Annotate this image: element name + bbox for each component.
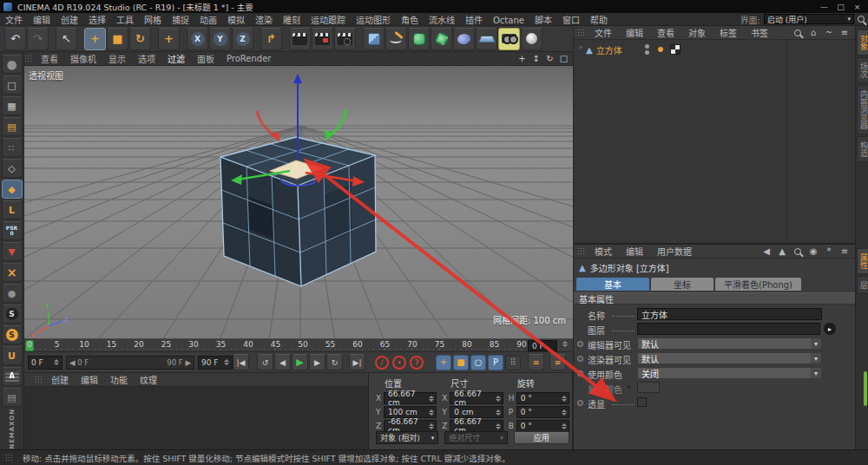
section-header[interactable]: 基本属性 [574,292,855,305]
play-button[interactable]: ▶ [292,354,308,370]
panel-grip-icon[interactable] [35,376,42,384]
object-manager-menu-文件[interactable]: 文件 [588,26,619,39]
spinner-icon[interactable] [429,396,434,402]
maximize-button[interactable]: □ [833,2,848,12]
mouse-interaction-icon[interactable]: ● [2,284,23,303]
menu-item-运动跟踪[interactable]: 运动跟踪 [306,16,351,25]
coordinate-field-尺寸-X[interactable]: 66.667 cm [450,392,503,404]
go-to-previous-key-button[interactable]: ↺ [257,354,273,370]
autokey-button[interactable]: • [392,356,406,370]
snap-icon[interactable]: × [2,263,23,282]
current-frame-field[interactable]: 0 F [528,340,557,351]
menu-item-动画[interactable]: 动画 [194,16,222,25]
view-label[interactable]: 透视视图 [29,69,63,82]
texture-mode-icon[interactable]: ▦ [2,96,23,115]
go-to-end-button[interactable]: ▶| [349,354,365,370]
y-axis-lock-icon[interactable]: Y [209,28,231,50]
attribute-manager-menu-编辑[interactable]: 编辑 [619,245,650,258]
open-timeline-button[interactable]: ≡ [549,354,566,370]
menu-item-窗口[interactable]: 窗口 [557,16,585,25]
viewport-menu-摄像机[interactable]: 摄像机 [64,52,102,65]
modeling-tools-icon[interactable] [431,28,452,50]
last-tool-icon[interactable]: + [158,28,180,50]
object-manager-menu-对象[interactable]: 对象 [681,26,713,39]
workplane-mode-icon[interactable]: ▤ [2,117,23,136]
render-settings-icon[interactable] [334,28,356,50]
timeline-ruler[interactable]: 051015202530354045505560657075808590 0 F [24,338,573,352]
vertical-tab-层[interactable]: 层 [857,276,868,294]
menu-item-编辑[interactable]: 编辑 [28,16,56,25]
phong-tag-icon[interactable] [658,47,663,52]
viewport-menu-显示[interactable]: 显示 [102,52,132,65]
coordinate-system-icon[interactable]: ↱ [260,28,282,50]
menu-item-文件[interactable]: 文件 [0,16,28,25]
uvw-tag-icon[interactable] [670,44,681,55]
attribute-manager-menu-用户数据[interactable]: 用户数据 [650,245,699,258]
lock-icon[interactable]: ◉ [808,246,819,257]
rotate-view-icon[interactable]: ↻ [544,53,556,64]
record-parameter-toggle[interactable]: P [488,355,503,370]
menu-item-插件[interactable]: 插件 [460,16,488,25]
light-icon[interactable] [521,28,542,50]
render-view-icon[interactable] [289,28,311,50]
live-selection-icon[interactable]: ↖ [56,28,77,50]
dropdown-渲染器可见[interactable]: 默认▾ [637,352,822,364]
spinner-icon[interactable] [562,409,567,416]
menu-item-雕刻[interactable]: 雕刻 [278,16,306,25]
panel-grip-icon[interactable] [577,247,584,256]
spinner-icon[interactable] [562,423,567,429]
menu-item-选择[interactable]: 选择 [83,16,111,25]
zoom-view-icon[interactable]: ↕ [530,53,542,64]
coordinate-field-旋转-B[interactable]: 0 ° [516,420,569,432]
menu-item-渲染[interactable]: 渲染 [250,16,278,25]
vertical-tab-场次[interactable]: 场次 [857,57,868,83]
minimize-button[interactable]: — [817,2,832,12]
x-axis-lock-icon[interactable]: X [187,28,208,50]
spinner-icon[interactable] [496,423,501,429]
object-manager-menu-标签[interactable]: 标签 [713,26,744,39]
path-icon[interactable]: ~ [824,28,834,38]
spinner-icon[interactable] [429,423,434,429]
menu-item-Octane[interactable]: Octane [488,16,529,25]
redo-icon[interactable]: ↷ [27,28,49,50]
tab-平滑着色(Phong)[interactable]: 平滑着色(Phong) [715,278,801,291]
menu-item-模拟[interactable]: 模拟 [222,16,250,25]
panel-grip-icon[interactable] [24,55,31,63]
coordinate-field-尺寸-Z[interactable]: 66.667 cm [450,420,503,432]
enable-axis-icon[interactable]: L [2,200,23,219]
keyframe-circle-icon[interactable] [577,341,583,347]
model-mode-icon[interactable]: □ [2,75,23,95]
keyframe-circle-icon[interactable] [577,356,583,362]
panel-menu-icon[interactable]: ≡ [839,28,850,38]
viewport-menu-面板[interactable]: 面板 [191,52,220,65]
record-keyframe-button[interactable]: / [375,356,389,370]
z-axis-lock-icon[interactable]: Z [232,28,253,50]
viewport-3d[interactable]: 透视视图 网格间距: 100 cm [24,66,573,338]
coordinate-field-位置-Z[interactable]: -66.667 cm [384,420,437,432]
search-icon[interactable] [792,246,803,257]
material-menu-纹理[interactable]: 纹理 [134,373,163,386]
menu-item-工具[interactable]: 工具 [111,16,139,25]
hierarchy-dot-icon[interactable]: ° [579,46,582,54]
dropdown-使用颜色[interactable]: 关闭▾ [637,367,822,379]
menu-item-帮助[interactable]: 帮助 [585,16,613,25]
keyframe-selection-button[interactable]: ≡ [528,354,544,370]
layer-picker-button[interactable]: ▸ [824,323,836,335]
previous-frame-button[interactable]: ◀ [274,354,291,370]
scrollbar-thumb[interactable] [864,371,867,406]
keyframe-circle-icon[interactable] [577,400,583,406]
spinner-icon[interactable] [496,396,501,402]
vertical-tab-对象[interactable]: 对象 [857,29,868,56]
frame-spinner[interactable] [562,341,568,347]
menu-item-流水线[interactable]: 流水线 [424,16,460,25]
viewport-solo-icon[interactable]: ▼ [2,242,23,261]
spinner-icon[interactable] [224,359,229,365]
name-input[interactable]: 立方体 [637,308,822,320]
menu-item-运动图形[interactable]: 运动图形 [351,16,396,25]
material-menu-创建[interactable]: 创建 [45,373,75,386]
search-icon[interactable] [792,28,803,38]
spinner-icon[interactable] [562,396,567,402]
dropdown-编辑器可见[interactable]: 默认▾ [637,337,822,350]
vertical-tab-内容浏览器[interactable]: 内容浏览器 [857,85,868,134]
tab-坐标[interactable]: 坐标 [651,278,713,291]
